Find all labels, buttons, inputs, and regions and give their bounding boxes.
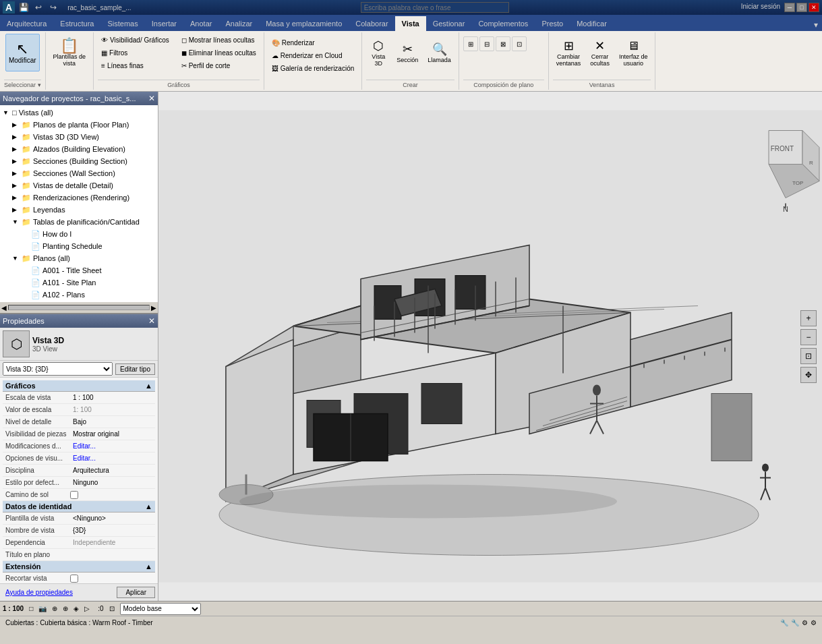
identidad-section-header[interactable]: Datos de identidad ▲ [3,501,155,513]
modify-btn[interactable]: ↖ Modificar [5,34,40,71]
renderizar-cloud-btn[interactable]: ☁ Renderizar en Cloud [268,49,358,61]
modificaciones-value[interactable]: Editar... [70,442,155,450]
help-link[interactable]: Ayuda de propiedades [3,586,76,599]
tab-analizar[interactable]: Analizar [218,16,259,31]
navigator-close-btn[interactable]: ✕ [148,94,155,103]
tree-item-a101[interactable]: ▶ 📄 A101 - Site Plan [20,276,156,289]
app-logo-icon[interactable]: A [3,1,15,13]
tab-sistemas[interactable]: Sistemas [100,16,144,31]
tab-anotar[interactable]: Anotar [183,16,218,31]
tab-gestionar[interactable]: Gestionar [426,16,472,31]
tree-item-alzados[interactable]: ▶ 📁 Alzados (Building Elevation) [11,143,156,155]
tree-item-how-do-i[interactable]: ▶ 📄 How do I [20,228,156,240]
perfil-corte-btn[interactable]: ✂ Perfil de corte [178,59,260,71]
properties-close-btn[interactable]: ✕ [148,316,155,326]
edit-type-btn[interactable]: Editar tipo [115,363,155,375]
model-selector[interactable]: Modelo base [120,603,201,615]
zoom-out-btn[interactable]: − [800,329,817,345]
toggle-vistas-detalle[interactable]: ▶ [12,182,22,189]
bottom-icon-3[interactable]: ⚙ [802,619,808,626]
quick-save-icon[interactable]: 💾 [18,1,30,13]
toggle-planos-planta[interactable]: ▶ [12,121,22,128]
toggle-renderizaciones[interactable]: ▶ [12,194,22,201]
toggle-tablas[interactable]: ▼ [12,218,22,225]
lineas-finas-btn[interactable]: ≡ Líneas finas [98,59,173,71]
llamada-btn[interactable]: 🔍 Llamada [424,34,454,71]
status-icon-6[interactable]: ▷ [84,605,90,612]
status-icon-4[interactable]: ⊕ [63,605,68,612]
close-btn[interactable]: ✕ [809,3,819,12]
tree-item-vistas-detalle[interactable]: ▶ 📁 Vistas de detalle (Detail) [11,179,156,192]
bottom-icon-2[interactable]: 🔧 [791,619,799,626]
scroll-left-btn[interactable]: ◀ [1,304,7,312]
tree-item-vistas-3d[interactable]: ▶ 📁 Vistas 3D (3D View) [11,131,156,143]
redo-icon[interactable]: ↪ [47,1,59,13]
toggle-leyendas[interactable]: ▶ [12,206,22,213]
status-icon-3[interactable]: ⊕ [52,605,57,612]
tree-area[interactable]: ▼ □ Vistas (all) ▶ 📁 Planos de planta (F… [0,105,158,302]
toggle-vistas-3d[interactable]: ▶ [12,134,22,140]
mostrar-ocultas-btn[interactable]: ◻ Mostrar líneas ocultas [178,34,260,46]
ribbon-expand-icon[interactable]: ▾ [810,19,822,31]
cerrar-ocultas-btn[interactable]: ✕ Cerrarocultas [587,34,613,71]
toggle-secciones-building[interactable]: ▶ [12,158,22,165]
icon-btn-3[interactable]: ⊠ [496,36,510,51]
tree-item-planos-all[interactable]: ▼ 📁 Planos (all) [11,252,156,264]
tab-insertar[interactable]: Insertar [145,16,183,31]
zoom-fit-btn[interactable]: ⊡ [800,348,817,364]
search-input[interactable] [361,2,509,13]
filtros-btn[interactable]: ▦ Filtros [98,47,173,59]
bottom-icon-4[interactable]: ⚙ [811,619,817,626]
status-icon-1[interactable]: □ [29,605,33,612]
tree-item-a001[interactable]: ▶ 📄 A001 - Title Sheet [20,264,156,276]
vista-3d-btn[interactable]: ⬡ Vista3D [366,34,390,71]
camino-sol-checkbox[interactable] [70,491,78,499]
bottom-icon-1[interactable]: 🔧 [780,619,788,626]
tab-presto[interactable]: Presto [535,16,570,31]
tree-item-a102[interactable]: ▶ 📄 A102 - Plans [20,289,156,301]
toggle-alzados[interactable]: ▶ [12,146,22,152]
plantillas-btn[interactable]: 📋 Plantillas devista [50,34,90,71]
toggle-secciones-wall[interactable]: ▶ [12,170,22,177]
tree-item-secciones-wall[interactable]: ▶ 📁 Secciones (Wall Section) [11,167,156,179]
toggle-planos-all[interactable]: ▼ [12,255,22,262]
status-icon-2[interactable]: 📷 [38,605,47,612]
status-icon-5[interactable]: ◈ [74,605,79,612]
tab-modificar[interactable]: Modificar [570,16,614,31]
tab-colaborar[interactable]: Colaborar [349,16,394,31]
tree-item-renderizaciones[interactable]: ▶ 📁 Renderizaciones (Rendering) [11,192,156,204]
renderizar-btn[interactable]: 🎨 Renderizar [268,36,358,49]
tab-vista[interactable]: Vista [395,16,426,31]
apply-btn[interactable]: Aplicar [117,587,155,598]
minimize-btn[interactable]: ─ [784,3,795,12]
tree-item-tablas[interactable]: ▼ 📁 Tablas de planificación/Cantidad [11,216,156,228]
tree-item-planting[interactable]: ▶ 📄 Planting Schedule [20,240,156,252]
interfaz-usuario-btn[interactable]: 🖥 Interfaz deusuario [616,34,651,71]
tab-complementos[interactable]: Complementos [471,16,535,31]
recortar-vista-checkbox[interactable] [70,575,78,583]
zoom-in-btn[interactable]: + [800,310,817,326]
view-dropdown[interactable]: Vista 3D: {3D} [3,362,113,376]
tab-estructura[interactable]: Estructura [53,16,100,31]
cambiar-ventanas-btn[interactable]: ⊞ Cambiarventanas [553,34,585,71]
icon-btn-4[interactable]: ⊡ [512,36,527,51]
galeria-btn[interactable]: 🖼 Galería de renderización [268,62,358,74]
tree-item-leyendas[interactable]: ▶ 📁 Leyendas [11,204,156,216]
visibilidad-btn[interactable]: 👁 Visibilidad/ Gráficos [98,34,173,46]
icon-btn-2[interactable]: ⊟ [479,36,494,51]
tab-arquitectura[interactable]: Arquitectura [0,16,53,31]
maximize-btn[interactable]: □ [796,3,807,12]
seccion-btn[interactable]: ✂ Sección [393,34,421,71]
extension-section-header[interactable]: Extensión ▲ [3,561,155,573]
tree-item-planos-planta[interactable]: ▶ 📁 Planos de planta (Floor Plan) [11,119,156,131]
graficos-section-header[interactable]: Gráficos ▲ [3,380,155,392]
viewport[interactable]: FRONT R TOP N + − ⊡ ✥ [158,92,822,601]
tree-item-secciones-building[interactable]: ▶ 📁 Secciones (Building Section) [11,155,156,167]
pan-btn[interactable]: ✥ [800,367,817,383]
tab-masa[interactable]: Masa y emplazamiento [259,16,349,31]
tree-item-vistas[interactable]: ▼ □ Vistas (all) [1,107,156,119]
icon-btn-1[interactable]: ⊞ [463,36,478,51]
login-btn[interactable]: Iniciar sesión [738,3,783,12]
tree-toggle-vistas[interactable]: ▼ [3,109,12,116]
undo-icon[interactable]: ↩ [32,1,45,13]
